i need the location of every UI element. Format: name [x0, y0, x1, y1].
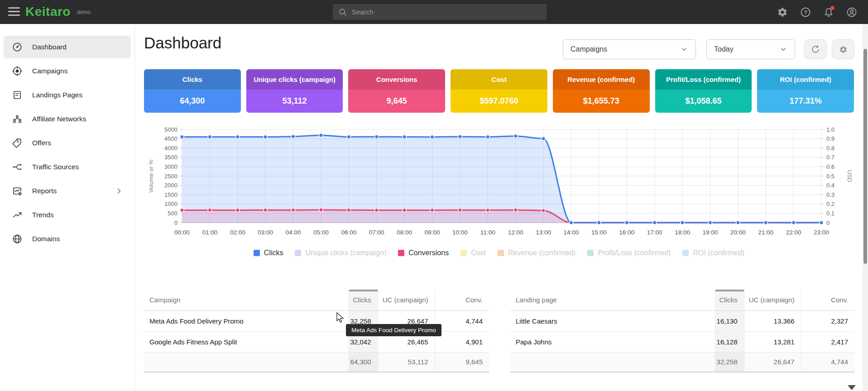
svg-text:09:00: 09:00: [425, 229, 440, 236]
search-bar[interactable]: [333, 4, 547, 20]
svg-text:04:00: 04:00: [286, 229, 301, 236]
table-row[interactable]: Papa Johns16,12813,2812,417: [510, 331, 854, 352]
legend-item-conversions[interactable]: Conversions: [398, 249, 449, 257]
legend-label: Unique clicks (campaign): [305, 249, 386, 257]
table-cell: 13,281: [744, 331, 801, 352]
legend-swatch: [682, 250, 689, 256]
column-header-landing-page[interactable]: Landing page: [510, 290, 715, 310]
svg-text:06:00: 06:00: [341, 229, 356, 236]
notification-badge: [830, 6, 834, 10]
svg-text:22:00: 22:00: [786, 229, 801, 236]
sidebar-item-reports[interactable]: Reports: [4, 180, 131, 202]
settings-gear-icon[interactable]: [777, 7, 788, 18]
hamburger-menu-icon[interactable]: [8, 7, 20, 17]
dashboard-settings-button[interactable]: [832, 39, 854, 59]
sidebar-item-campaigns[interactable]: Campaigns: [4, 60, 131, 82]
metric-card-label: Profit/Loss (confirmed): [655, 69, 752, 90]
svg-text:19:00: 19:00: [703, 229, 718, 236]
brand-logo[interactable]: Keitaro: [25, 5, 71, 19]
svg-text:23:00: 23:00: [814, 229, 829, 236]
legend-label: Cost: [471, 249, 486, 257]
legend-swatch: [398, 250, 404, 256]
sidebar-item-offers[interactable]: SOffers: [4, 132, 131, 154]
scrollbar-thumb[interactable]: [863, 49, 867, 264]
table-row[interactable]: Little Caesars16,13013,3662,327: [510, 310, 854, 331]
svg-text:0.3: 0.3: [826, 191, 834, 198]
svg-text:S: S: [17, 139, 19, 143]
svg-text:11:00: 11:00: [480, 229, 495, 236]
sidebar-item-dashboard[interactable]: Dashboard: [4, 36, 131, 58]
table-cell[interactable]: Meta Ads Food Delivery Promo: [144, 310, 349, 331]
date-range-select[interactable]: Today: [706, 39, 795, 59]
grouping-select[interactable]: Campaigns: [563, 39, 696, 59]
scrollbar-track[interactable]: [863, 24, 868, 391]
column-header-clicks[interactable]: Clicks: [715, 290, 744, 310]
sidebar-item-label: Dashboard: [32, 43, 67, 51]
table-cell[interactable]: Little Caesars: [510, 310, 715, 331]
search-input[interactable]: [352, 8, 541, 16]
svg-text:1000: 1000: [164, 200, 177, 207]
metric-card-label: Revenue (confirmed): [553, 69, 650, 90]
legend-item-roi-confirmed[interactable]: ROI (confirmed): [682, 249, 744, 257]
sidebar-item-domains[interactable]: Domains: [4, 228, 131, 250]
account-icon[interactable]: [846, 7, 857, 18]
sort-indicator: [349, 290, 378, 291]
table-total-cell: [510, 352, 715, 372]
table-cell: 13,366: [744, 310, 801, 331]
column-header-clicks[interactable]: Clicks: [349, 290, 378, 310]
legend-item-cost[interactable]: Cost: [460, 249, 486, 257]
column-header-campaign[interactable]: Campaign: [144, 290, 349, 310]
metric-card-value: $1,655.73: [553, 90, 650, 113]
svg-text:2500: 2500: [164, 173, 177, 180]
table-cell[interactable]: Google Ads Fitness App Split: [144, 331, 349, 352]
legend-item-profit-loss-confirmed[interactable]: Profit/Loss (confirmed): [587, 249, 671, 257]
svg-text:Volume or %: Volume or %: [148, 159, 154, 193]
landings-pages-icon: [12, 90, 23, 100]
grouping-select-value: Campaigns: [571, 45, 607, 53]
scroll-down-indicator[interactable]: [848, 385, 856, 390]
offers-icon: S: [12, 138, 23, 148]
legend-swatch: [498, 250, 504, 256]
column-header-uc-campaign[interactable]: UC (campaign): [744, 290, 801, 310]
dashboard-icon: [12, 42, 23, 52]
svg-text:0.2: 0.2: [826, 200, 834, 207]
table-cell[interactable]: Papa Johns: [510, 331, 715, 352]
sidebar-item-traffic-sources[interactable]: Traffic Sources: [4, 156, 131, 178]
legend-item-clicks[interactable]: Clicks: [254, 249, 283, 257]
legend-item-unique-clicks-campaign[interactable]: Unique clicks (campaign): [295, 249, 386, 257]
row-tooltip: Meta Ads Food Delivery Promo: [346, 324, 441, 336]
metric-card-clicks[interactable]: Clicks64,300: [144, 69, 241, 113]
metric-card-conversions[interactable]: Conversions9,645: [348, 69, 445, 113]
metric-card-label: Unique clicks (campaign): [246, 69, 343, 90]
svg-text:4500: 4500: [164, 135, 177, 142]
table-total-row: 64,30053,1129,645: [144, 352, 489, 372]
help-icon[interactable]: ?: [800, 7, 811, 18]
table-cell: 16,130: [715, 310, 744, 331]
svg-text:0.5: 0.5: [826, 173, 834, 180]
metric-card-roi-confirmed[interactable]: ROI (confirmed)177.31%: [757, 69, 854, 113]
column-header-uc-campaign[interactable]: UC (campaign): [378, 290, 435, 310]
column-header-conv[interactable]: Conv.: [435, 290, 489, 310]
metric-card-profit-loss-confirmed[interactable]: Profit/Loss (confirmed)$1,058.65: [655, 69, 752, 113]
svg-text:0.6: 0.6: [826, 163, 834, 170]
sidebar-item-label: Domains: [32, 235, 60, 243]
svg-text:4000: 4000: [164, 145, 177, 152]
metric-card-unique-clicks-campaign[interactable]: Unique clicks (campaign)53,112: [246, 69, 343, 113]
sidebar-item-trends[interactable]: Trends: [4, 204, 131, 226]
legend-item-revenue-confirmed[interactable]: Revenue (confirmed): [498, 249, 575, 257]
legend-swatch: [254, 250, 260, 256]
sidebar-item-landings-pages[interactable]: Landings Pages: [4, 84, 131, 106]
refresh-icon: [810, 44, 820, 54]
notifications-bell-icon[interactable]: [823, 7, 834, 18]
svg-text:21:00: 21:00: [758, 229, 773, 236]
metric-card-value: 177.31%: [757, 90, 854, 113]
svg-text:500: 500: [168, 210, 177, 217]
metric-card-cost[interactable]: Cost$597.0760: [451, 69, 547, 113]
refresh-button[interactable]: [804, 39, 827, 59]
metric-card-revenue-confirmed[interactable]: Revenue (confirmed)$1,655.73: [553, 69, 650, 113]
sidebar-item-label: Campaigns: [32, 67, 67, 75]
legend-swatch: [587, 250, 594, 256]
column-header-conv[interactable]: Conv.: [801, 290, 854, 310]
sidebar-item-affiliate-networks[interactable]: Affiliate Networks: [4, 108, 131, 130]
svg-text:3000: 3000: [164, 163, 177, 170]
